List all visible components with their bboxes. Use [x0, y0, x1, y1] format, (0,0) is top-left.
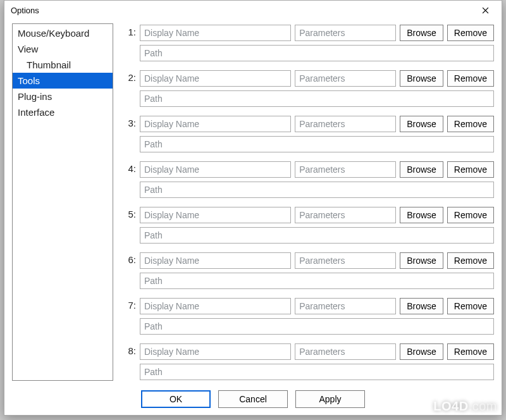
tool-row: 1:BrowseRemove [122, 25, 494, 61]
browse-button[interactable]: Browse [400, 252, 443, 269]
path-input[interactable] [140, 136, 494, 152]
row-index: 1: [122, 25, 136, 61]
path-input[interactable] [140, 273, 494, 289]
sidebar-item-interface[interactable]: Interface [13, 104, 113, 120]
path-input[interactable] [140, 90, 494, 107]
path-input[interactable] [140, 364, 494, 380]
sidebar-item-thumbnail[interactable]: Thumbnail [13, 57, 113, 73]
browse-button[interactable]: Browse [400, 116, 443, 132]
row-top: BrowseRemove [140, 252, 494, 269]
parameters-input[interactable] [295, 207, 396, 223]
path-input[interactable] [140, 182, 494, 198]
row-fields: BrowseRemove [140, 70, 494, 107]
display-name-input[interactable] [140, 25, 291, 41]
tool-row: 8:BrowseRemove [122, 343, 494, 380]
browse-button[interactable]: Browse [400, 70, 443, 87]
row-top: BrowseRemove [140, 207, 494, 223]
remove-button[interactable]: Remove [447, 70, 494, 87]
row-top: BrowseRemove [140, 70, 494, 87]
tool-row: 5:BrowseRemove [122, 207, 494, 244]
remove-button[interactable]: Remove [447, 343, 494, 360]
dialog-body: Mouse/KeyboardViewThumbnailToolsPlug-ins… [4, 20, 502, 383]
display-name-input[interactable] [140, 252, 291, 269]
row-index: 2: [122, 70, 136, 107]
parameters-input[interactable] [295, 116, 396, 132]
sidebar-item-plug-ins[interactable]: Plug-ins [13, 89, 113, 104]
parameters-input[interactable] [295, 70, 396, 87]
sidebar[interactable]: Mouse/KeyboardViewThumbnailToolsPlug-ins… [12, 23, 113, 381]
parameters-input[interactable] [295, 161, 396, 178]
display-name-input[interactable] [140, 70, 291, 87]
remove-button[interactable]: Remove [447, 252, 494, 269]
browse-button[interactable]: Browse [400, 298, 443, 314]
close-button[interactable] [472, 2, 498, 18]
sidebar-item-view[interactable]: View [13, 41, 113, 57]
path-input[interactable] [140, 227, 494, 244]
ok-button[interactable]: OK [141, 390, 211, 408]
browse-button[interactable]: Browse [400, 343, 443, 360]
remove-button[interactable]: Remove [447, 207, 494, 223]
row-fields: BrowseRemove [140, 116, 494, 152]
parameters-input[interactable] [295, 25, 396, 41]
tool-row: 4:BrowseRemove [122, 161, 494, 198]
display-name-input[interactable] [140, 343, 291, 360]
display-name-input[interactable] [140, 116, 291, 132]
browse-button[interactable]: Browse [400, 207, 443, 223]
browse-button[interactable]: Browse [400, 25, 443, 41]
row-index: 5: [122, 207, 136, 244]
cancel-button[interactable]: Cancel [218, 390, 288, 408]
row-index: 4: [122, 161, 136, 198]
row-fields: BrowseRemove [140, 25, 494, 61]
options-dialog: Options Mouse/KeyboardViewThumbnailTools… [4, 0, 502, 416]
row-index: 7: [122, 298, 136, 335]
row-fields: BrowseRemove [140, 207, 494, 244]
close-icon [482, 7, 489, 14]
titlebar: Options [4, 1, 502, 20]
tool-row: 6:BrowseRemove [122, 252, 494, 289]
row-index: 3: [122, 116, 136, 152]
dialog-title: Options [11, 6, 39, 15]
row-top: BrowseRemove [140, 298, 494, 314]
row-top: BrowseRemove [140, 161, 494, 178]
browse-button[interactable]: Browse [400, 161, 443, 178]
parameters-input[interactable] [295, 298, 396, 314]
remove-button[interactable]: Remove [447, 116, 494, 132]
row-top: BrowseRemove [140, 25, 494, 41]
row-index: 6: [122, 252, 136, 289]
row-fields: BrowseRemove [140, 252, 494, 289]
parameters-input[interactable] [295, 252, 396, 269]
remove-button[interactable]: Remove [447, 161, 494, 178]
parameters-input[interactable] [295, 343, 396, 360]
tool-row: 7:BrowseRemove [122, 298, 494, 335]
display-name-input[interactable] [140, 161, 291, 178]
remove-button[interactable]: Remove [447, 298, 494, 314]
path-input[interactable] [140, 45, 494, 61]
tools-panel: 1:BrowseRemove2:BrowseRemove3:BrowseRemo… [122, 23, 494, 381]
tool-row: 3:BrowseRemove [122, 116, 494, 152]
sidebar-item-tools[interactable]: Tools [13, 73, 113, 89]
sidebar-item-mouse-keyboard[interactable]: Mouse/Keyboard [13, 25, 113, 41]
row-top: BrowseRemove [140, 343, 494, 360]
dialog-footer: OK Cancel Apply [4, 383, 502, 415]
row-fields: BrowseRemove [140, 298, 494, 335]
display-name-input[interactable] [140, 298, 291, 314]
tool-row: 2:BrowseRemove [122, 70, 494, 107]
row-fields: BrowseRemove [140, 161, 494, 198]
apply-button[interactable]: Apply [295, 390, 365, 408]
row-index: 8: [122, 343, 136, 380]
row-fields: BrowseRemove [140, 343, 494, 380]
display-name-input[interactable] [140, 207, 291, 223]
row-top: BrowseRemove [140, 116, 494, 132]
remove-button[interactable]: Remove [447, 25, 494, 41]
path-input[interactable] [140, 318, 494, 335]
